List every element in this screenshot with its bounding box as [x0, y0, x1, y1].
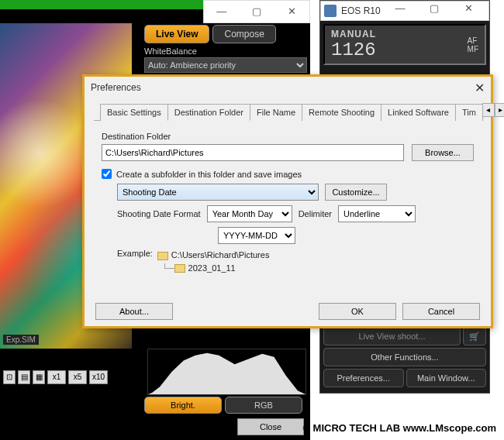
tab-destination-folder[interactable]: Destination Folder [167, 104, 250, 121]
zoom-5x-button[interactable]: x5 [68, 370, 87, 384]
cam-minimize-button[interactable]: — [383, 2, 417, 19]
camera-title: EOS R10 [341, 5, 383, 16]
about-button[interactable]: About... [95, 303, 173, 320]
tab-remote-shooting[interactable]: Remote Shooting [302, 104, 381, 121]
dialog-title: Preferences [91, 82, 141, 93]
tab-linked-software[interactable]: Linked Software [381, 104, 456, 121]
browse-button[interactable]: Browse... [412, 144, 474, 161]
camera-app-icon [324, 5, 337, 17]
exp-sim-badge: Exp.SIM [3, 335, 39, 345]
customize-button[interactable]: Customize... [325, 184, 387, 201]
zoom-1x-button[interactable]: x1 [47, 370, 66, 384]
date-format-label: Shooting Date Format [117, 209, 201, 218]
camera-counter: 1126 [331, 40, 376, 60]
zoom-grid-icon[interactable]: ▤ [18, 370, 30, 384]
folder-icon [174, 264, 185, 273]
create-subfolder-checkbox[interactable] [102, 169, 112, 179]
histogram [147, 349, 306, 395]
destination-path-input[interactable] [102, 144, 404, 161]
cam-maximize-button[interactable]: ▢ [417, 2, 451, 19]
zoom-grid2-icon[interactable]: ▦ [33, 370, 45, 384]
zoom-10x-button[interactable]: x10 [89, 370, 108, 384]
close-button[interactable]: ✕ [274, 1, 309, 22]
preferences-button[interactable]: Preferences... [323, 369, 404, 387]
example-label: Example: [117, 249, 153, 274]
live-view-button[interactable]: Live View [144, 25, 209, 43]
camera-mode: MANUAL [331, 29, 376, 40]
tab-bar: Basic Settings Destination Folder File N… [94, 98, 482, 121]
compose-button[interactable]: Compose [212, 25, 275, 43]
copyright-text: © MICRO TECH LAB www.LMscope.com [302, 422, 496, 434]
subfolder-rule-select[interactable]: Shooting Date [117, 184, 319, 201]
main-window-button[interactable]: Main Window... [406, 369, 487, 387]
dialog-close-icon[interactable]: ✕ [475, 81, 485, 95]
live-view-shoot-button[interactable]: Live View shoot... [323, 327, 461, 345]
minimize-button[interactable]: — [204, 1, 239, 22]
preferences-dialog: Preferences ✕ Basic Settings Destination… [82, 74, 493, 328]
tab-scroll-right-icon[interactable]: ▸ [495, 103, 504, 117]
delimiter-label: Delimiter [299, 209, 332, 218]
maximize-button[interactable]: ▢ [239, 1, 274, 22]
date-pattern-select[interactable]: YYYY-MM-DD [218, 227, 295, 244]
liveview-window-controls: — ▢ ✕ [203, 0, 310, 23]
date-format-select[interactable]: Year Month Day [207, 205, 292, 222]
brightness-button[interactable]: Bright. [144, 397, 222, 414]
other-functions-button[interactable]: Other Functions... [323, 348, 486, 366]
tab-time[interactable]: Tim [455, 104, 483, 121]
delimiter-select[interactable]: Underline [338, 205, 416, 222]
white-balance-select[interactable]: Auto: Ambience priority [144, 57, 307, 73]
example-tree: C:\Users\Richard\Pictures └─2023_01_11 [157, 249, 270, 274]
folder-icon [157, 252, 168, 260]
ok-button[interactable]: OK [319, 303, 396, 320]
mf-label: MF [468, 45, 478, 53]
tab-file-name[interactable]: File Name [250, 104, 302, 121]
camera-lcd: MANUAL 1126 AF MF [323, 24, 486, 65]
cart-icon[interactable]: 🛒 [463, 327, 486, 345]
liveview-close-button[interactable]: Close [237, 418, 304, 435]
tab-basic-settings[interactable]: Basic Settings [100, 104, 168, 121]
cam-close-button[interactable]: ✕ [451, 2, 485, 19]
cancel-button[interactable]: Cancel [402, 303, 480, 320]
create-subfolder-label: Create a subfolder in this folder and sa… [116, 170, 302, 179]
rgb-button[interactable]: RGB [225, 397, 302, 414]
destination-folder-label: Destination Folder [102, 132, 474, 141]
af-label: AF [468, 36, 478, 45]
tab-scroll-left-icon[interactable]: ◂ [482, 103, 495, 117]
zoom-fit-icon[interactable]: ⊡ [3, 370, 16, 384]
zoom-controls: ⊡ ▤ ▦ x1 x5 x10 [3, 370, 108, 384]
white-balance-label: WhiteBalance [144, 46, 307, 56]
